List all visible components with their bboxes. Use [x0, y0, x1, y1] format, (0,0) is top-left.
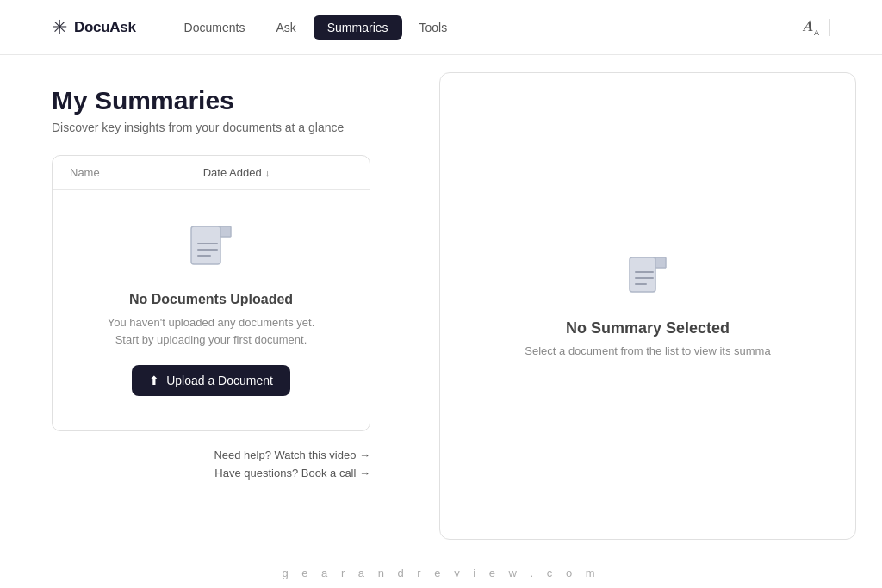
summary-card: No Summary Selected Select a document fr…	[439, 72, 856, 540]
left-panel: My Summaries Discover key insights from …	[0, 55, 422, 557]
documents-table: Name Date Added ↓ No D	[52, 155, 370, 431]
right-panel: No Summary Selected Select a document fr…	[422, 55, 882, 557]
col-name-label: Name	[70, 166, 100, 179]
nav-tools[interactable]: Tools	[406, 15, 462, 40]
empty-description: You haven't uploaded any documents yet. …	[108, 314, 315, 348]
summary-empty-icon	[627, 256, 668, 306]
sort-arrow-icon[interactable]: ↓	[265, 168, 270, 178]
upload-document-button[interactable]: ⬆ Upload a Document	[132, 365, 290, 396]
page-title: My Summaries	[52, 86, 370, 115]
svg-rect-0	[191, 226, 220, 264]
watermark-text: g e a r a n d r e v i e w . c o m	[282, 566, 599, 579]
svg-rect-6	[655, 257, 666, 268]
header: ✳ DocuAsk Documents Ask Summaries Tools …	[0, 0, 882, 55]
upload-icon: ⬆	[149, 374, 159, 387]
col-date-label: Date Added ↓	[203, 166, 270, 179]
nav-summaries[interactable]: Summaries	[314, 15, 402, 40]
main-nav: Documents Ask Summaries Tools	[171, 15, 804, 40]
header-divider	[829, 19, 830, 36]
svg-rect-5	[630, 257, 655, 292]
logo-icon: ✳	[52, 16, 67, 39]
logo[interactable]: ✳ DocuAsk	[52, 16, 136, 39]
table-header: Name Date Added ↓	[53, 156, 370, 190]
main-content: My Summaries Discover key insights from …	[0, 55, 882, 557]
nav-documents[interactable]: Documents	[171, 15, 259, 40]
empty-title: No Documents Uploaded	[129, 292, 293, 307]
help-links: Need help? Watch this video → Have quest…	[52, 449, 370, 480]
footer-watermark: g e a r a n d r e v i e w . c o m	[0, 557, 882, 588]
watch-video-link[interactable]: Need help? Watch this video →	[214, 449, 370, 461]
summary-empty-title: No Summary Selected	[566, 319, 730, 337]
svg-rect-1	[220, 226, 231, 237]
book-call-link[interactable]: Have questions? Book a call →	[214, 467, 370, 480]
header-right: 𝑨A	[804, 17, 830, 37]
nav-ask[interactable]: Ask	[262, 15, 309, 40]
table-body-empty: No Documents Uploaded You haven't upload…	[53, 190, 370, 430]
page-subtitle: Discover key insights from your document…	[52, 121, 370, 134]
logo-text: DocuAsk	[74, 19, 136, 36]
empty-document-icon	[188, 225, 234, 280]
translate-icon[interactable]: 𝑨A	[804, 17, 819, 37]
summary-empty-desc: Select a document from the list to view …	[525, 344, 770, 357]
